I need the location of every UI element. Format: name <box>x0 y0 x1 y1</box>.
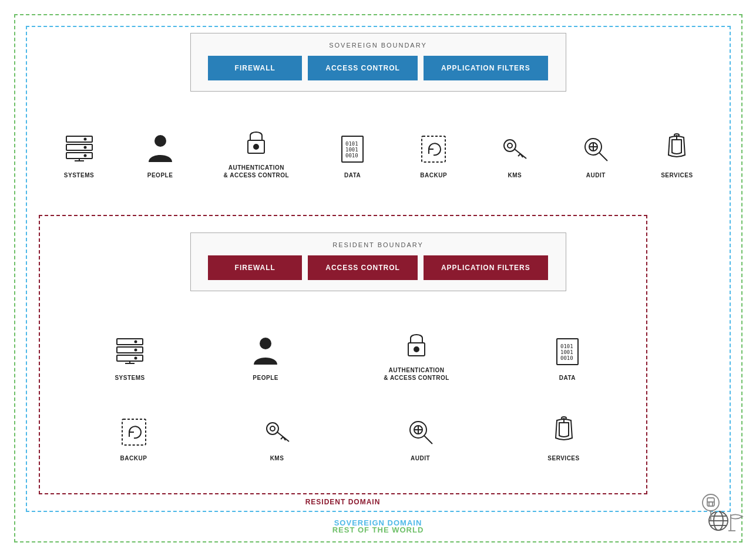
sovereign-data-icon: 0101 1001 0010 <box>335 132 370 167</box>
sovereign-services-item: SERVICES <box>659 132 694 179</box>
sovereign-auth-label: AUTHENTICATION& ACCESS CONTROL <box>224 164 290 179</box>
resident-app-filters-button[interactable]: APPLICATION FILTERS <box>424 255 548 280</box>
resident-audit-label: AUDIT <box>411 454 430 462</box>
sovereign-auth-icon <box>238 124 274 159</box>
svg-point-12 <box>84 138 86 140</box>
resident-services-item: SERVICES <box>546 415 582 462</box>
sovereign-data-item: 0101 1001 0010 DATA <box>335 132 370 179</box>
sovereign-audit-icon <box>578 132 613 167</box>
svg-rect-38 <box>709 502 713 506</box>
svg-point-23 <box>504 140 516 151</box>
svg-point-56 <box>270 426 275 431</box>
sovereign-people-label: PEOPLE <box>147 171 173 179</box>
sovereign-kms-label: KMS <box>508 171 522 179</box>
sovereign-auth-item: AUTHENTICATION& ACCESS CONTROL <box>224 124 290 179</box>
svg-rect-7 <box>66 136 92 142</box>
svg-point-46 <box>135 357 137 359</box>
resident-people-icon <box>248 334 283 369</box>
resident-kms-icon <box>260 415 295 450</box>
svg-line-61 <box>424 436 432 444</box>
sovereign-kms-icon <box>497 132 532 167</box>
resident-systems-item: SYSTEMS <box>112 334 147 382</box>
sovereign-audit-item: AUDIT <box>578 132 613 179</box>
svg-text:0010: 0010 <box>560 355 573 361</box>
main-container: REST OF THE WORLD SOVEREIGN DOMAIN SOVER… <box>14 14 742 542</box>
svg-text:0010: 0010 <box>345 153 358 159</box>
resident-auth-icon <box>399 326 434 362</box>
svg-rect-40 <box>117 347 143 353</box>
sovereign-boundary-buttons: FIREWALL ACCESS CONTROL APPLICATION FILT… <box>203 56 554 80</box>
resident-backup-icon <box>116 415 152 450</box>
resident-backup-label: BACKUP <box>120 454 147 462</box>
sovereign-boundary-title: SOVEREIGN BOUNDARY <box>203 42 554 49</box>
svg-rect-41 <box>117 355 143 361</box>
resident-access-control-button[interactable]: ACCESS CONTROL <box>308 255 418 280</box>
resident-pin-icon <box>699 492 723 525</box>
svg-line-29 <box>599 153 607 161</box>
resident-systems-label: SYSTEMS <box>115 374 145 382</box>
sovereign-people-item: PEOPLE <box>143 132 178 179</box>
svg-point-49 <box>414 347 419 352</box>
resident-services-label: SERVICES <box>547 454 579 462</box>
resident-people-item: PEOPLE <box>248 334 283 382</box>
resident-backup-item: BACKUP <box>116 415 152 462</box>
svg-text:0101: 0101 <box>345 141 358 147</box>
svg-point-45 <box>135 349 137 351</box>
sovereign-backup-item: BACKUP <box>416 132 451 179</box>
resident-data-item: 0101 1001 0010 DATA <box>550 334 585 382</box>
resident-audit-icon <box>403 415 438 450</box>
resident-boundary-buttons: FIREWALL ACCESS CONTROL APPLICATION FILT… <box>203 255 554 280</box>
resident-firewall-button[interactable]: FIREWALL <box>208 255 302 280</box>
resident-kms-label: KMS <box>270 454 284 462</box>
resident-auth-item: AUTHENTICATION& ACCESS CONTROL <box>384 326 449 382</box>
sovereign-audit-label: AUDIT <box>586 171 606 179</box>
svg-text:0101: 0101 <box>560 343 573 349</box>
sovereign-systems-label: SYSTEMS <box>64 171 94 179</box>
sovereign-backup-label: BACKUP <box>420 171 447 179</box>
svg-point-44 <box>135 341 137 342</box>
sovereign-access-control-button[interactable]: ACCESS CONTROL <box>308 56 418 80</box>
resident-data-icon: 0101 1001 0010 <box>550 334 585 369</box>
svg-point-47 <box>260 338 271 349</box>
sovereign-services-label: SERVICES <box>661 171 693 179</box>
resident-systems-icon <box>112 334 147 369</box>
resident-auth-label: AUTHENTICATION& ACCESS CONTROL <box>384 366 449 382</box>
sovereign-icons-row: SYSTEMS PEOPLE AUTHENTICATION& ACCESS CO… <box>39 124 718 179</box>
sovereign-systems-icon <box>62 132 97 167</box>
resident-boundary-title: RESIDENT BOUNDARY <box>203 241 554 248</box>
sovereign-boundary-box: SOVEREIGN BOUNDARY FIREWALL ACCESS CONTR… <box>190 33 566 92</box>
resident-icons-row2: BACKUP KMS AUDIT <box>62 415 636 462</box>
svg-point-17 <box>254 144 258 149</box>
resident-data-label: DATA <box>559 374 576 382</box>
sovereign-domain-label: SOVEREIGN DOMAIN <box>334 518 422 527</box>
sovereign-app-filters-button[interactable]: APPLICATION FILTERS <box>424 56 548 80</box>
resident-domain-label: RESIDENT DOMAIN <box>305 498 381 506</box>
resident-icons-row1: SYSTEMS PEOPLE AUTHENTICATION& ACCESS CO… <box>62 326 636 382</box>
svg-rect-8 <box>66 144 92 150</box>
resident-services-icon <box>546 415 582 450</box>
svg-line-27 <box>518 154 520 156</box>
svg-text:1001: 1001 <box>345 147 358 153</box>
svg-point-35 <box>703 494 719 511</box>
sovereign-data-label: DATA <box>344 171 361 179</box>
svg-rect-39 <box>117 339 143 345</box>
resident-audit-item: AUDIT <box>403 415 438 462</box>
svg-point-24 <box>508 143 512 148</box>
sovereign-systems-item: SYSTEMS <box>62 132 97 179</box>
svg-text:1001: 1001 <box>560 349 573 355</box>
sovereign-services-icon <box>659 132 694 167</box>
resident-people-label: PEOPLE <box>253 374 278 382</box>
svg-rect-9 <box>66 153 92 159</box>
svg-line-59 <box>281 437 283 439</box>
sovereign-firewall-button[interactable]: FIREWALL <box>208 56 302 80</box>
svg-point-14 <box>84 154 86 156</box>
sovereign-people-icon <box>143 132 178 167</box>
resident-boundary-box: RESIDENT BOUNDARY FIREWALL ACCESS CONTRO… <box>190 232 566 291</box>
sovereign-backup-icon <box>416 132 451 167</box>
svg-point-55 <box>267 423 278 434</box>
sovereign-kms-item: KMS <box>497 132 532 179</box>
svg-point-13 <box>84 146 86 148</box>
resident-kms-item: KMS <box>260 415 295 462</box>
flag-icon <box>726 512 747 537</box>
svg-point-15 <box>154 135 166 147</box>
